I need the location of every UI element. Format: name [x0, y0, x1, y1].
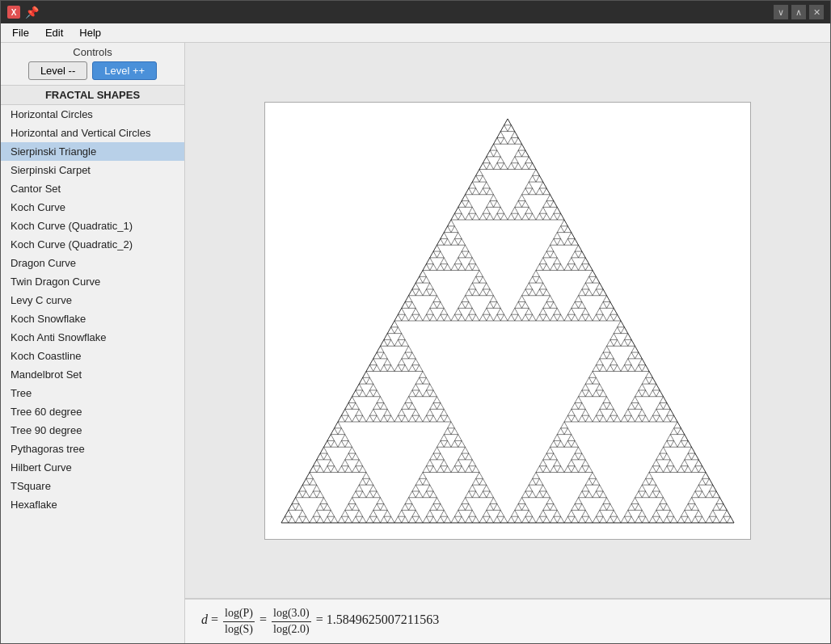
fractal-item-12[interactable]: Koch Anti Snowflake — [1, 328, 184, 347]
fractal-shapes-header: FRACTAL SHAPES — [1, 85, 184, 105]
formula-value: 1.5849625007211563 — [327, 613, 439, 627]
app-icon: X — [7, 6, 20, 19]
canvas-area — [185, 43, 830, 599]
fractal-canvas — [264, 102, 751, 540]
frac2: log(3.0) log(2.0) — [272, 606, 311, 636]
fractal-item-9[interactable]: Twin Dragon Curve — [1, 272, 184, 291]
fractal-item-15[interactable]: Tree — [1, 384, 184, 402]
fractal-item-19[interactable]: Hilbert Curve — [1, 458, 184, 477]
fractal-item-3[interactable]: Sierpinski Carpet — [1, 161, 184, 179]
fractal-item-18[interactable]: Pythagoras tree — [1, 440, 184, 458]
fractal-item-13[interactable]: Koch Coastline — [1, 347, 184, 365]
formula-text: d = log(P) log(S) = log(3.0) log(2.0) = … — [201, 606, 439, 636]
menu-file[interactable]: File — [4, 25, 37, 40]
level-buttons: Level -- Level ++ — [1, 60, 184, 85]
titlebar-controls: ∨ ∧ ✕ — [774, 5, 824, 19]
main-content: Controls Level -- Level ++ FRACTAL SHAPE… — [1, 43, 830, 643]
formula-bar: d = log(P) log(S) = log(3.0) log(2.0) = … — [185, 599, 830, 643]
maximize-button[interactable]: ∧ — [791, 5, 806, 19]
minimize-button[interactable]: ∨ — [774, 5, 788, 19]
fractal-item-6[interactable]: Koch Curve (Quadratic_1) — [1, 217, 184, 235]
fractal-item-4[interactable]: Cantor Set — [1, 179, 184, 198]
fractal-item-16[interactable]: Tree 60 degree — [1, 402, 184, 421]
menu-edit[interactable]: Edit — [37, 25, 71, 40]
fractal-item-2[interactable]: Sierpinski Triangle — [1, 142, 184, 161]
fractal-item-21[interactable]: Hexaflake — [1, 495, 184, 514]
titlebar: X 📌 ∨ ∧ ✕ — [1, 1, 830, 23]
pin-icon: 📌 — [25, 6, 39, 19]
controls-label: Controls — [1, 43, 184, 60]
fractal-item-20[interactable]: TSquare — [1, 477, 184, 495]
menubar: File Edit Help — [1, 23, 830, 43]
fractal-item-7[interactable]: Koch Curve (Quadratic_2) — [1, 235, 184, 254]
fractal-item-11[interactable]: Koch Snowflake — [1, 309, 184, 328]
main-window: X 📌 ∨ ∧ ✕ File Edit Help Controls Level … — [0, 0, 831, 644]
fractal-item-10[interactable]: Levy C curve — [1, 291, 184, 309]
frac1: log(P) log(S) — [223, 606, 255, 636]
fractal-item-8[interactable]: Dragon Curve — [1, 254, 184, 272]
sidebar: Controls Level -- Level ++ FRACTAL SHAPE… — [1, 43, 185, 643]
fractal-item-17[interactable]: Tree 90 degree — [1, 421, 184, 440]
menu-help[interactable]: Help — [71, 25, 109, 40]
level-minus-button[interactable]: Level -- — [28, 61, 87, 80]
fractal-list: Horizontal CirclesHorizontal and Vertica… — [1, 105, 184, 643]
fractal-item-14[interactable]: Mandelbrot Set — [1, 365, 184, 384]
fractal-item-1[interactable]: Horizontal and Vertical Circles — [1, 124, 184, 142]
level-plus-button[interactable]: Level ++ — [92, 61, 157, 80]
titlebar-left: X 📌 — [7, 6, 39, 19]
close-button[interactable]: ✕ — [809, 5, 824, 19]
fractal-item-0[interactable]: Horizontal Circles — [1, 105, 184, 124]
right-panel: d = log(P) log(S) = log(3.0) log(2.0) = … — [185, 43, 830, 643]
fractal-item-5[interactable]: Koch Curve — [1, 198, 184, 217]
